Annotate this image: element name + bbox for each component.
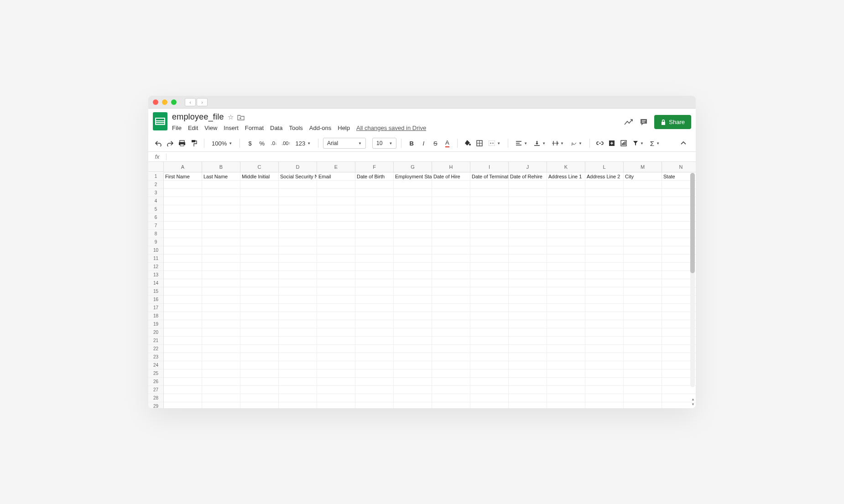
borders-button[interactable]: [474, 138, 485, 149]
cell-I1[interactable]: Date of Terminati: [470, 172, 509, 180]
cell-H22[interactable]: [432, 345, 470, 353]
cell-L15[interactable]: [585, 287, 624, 295]
cell-G10[interactable]: [394, 246, 432, 254]
nav-forward-button[interactable]: ›: [197, 98, 208, 106]
cell-E5[interactable]: [317, 205, 355, 213]
cell-K22[interactable]: [547, 345, 585, 353]
cell-C26[interactable]: [240, 378, 279, 385]
horizontal-align-dropdown[interactable]: ▼: [513, 140, 530, 146]
cell-K19[interactable]: [547, 320, 585, 328]
vertical-scrollbar[interactable]: [690, 173, 695, 387]
vertical-align-dropdown[interactable]: ▼: [531, 140, 548, 146]
cell-A13[interactable]: [164, 271, 202, 279]
cell-B20[interactable]: [202, 328, 240, 336]
cell-K13[interactable]: [547, 271, 585, 279]
cell-C25[interactable]: [240, 369, 279, 377]
row-header-7[interactable]: 7: [148, 222, 163, 230]
cell-J15[interactable]: [509, 287, 547, 295]
cell-E15[interactable]: [317, 287, 355, 295]
cell-C16[interactable]: [240, 296, 279, 303]
cell-A20[interactable]: [164, 328, 202, 336]
cell-G7[interactable]: [394, 222, 432, 229]
cell-C22[interactable]: [240, 345, 279, 353]
cell-B29[interactable]: [202, 402, 240, 408]
cell-J27[interactable]: [509, 386, 547, 394]
row-header-21[interactable]: 21: [148, 337, 163, 345]
cell-F25[interactable]: [355, 369, 394, 377]
cell-M18[interactable]: [624, 312, 662, 320]
cell-G24[interactable]: [394, 361, 432, 369]
cell-C7[interactable]: [240, 222, 279, 229]
cell-A12[interactable]: [164, 263, 202, 270]
share-button[interactable]: Share: [654, 115, 691, 129]
cell-H1[interactable]: Date of Hire: [432, 172, 470, 180]
cell-E6[interactable]: [317, 213, 355, 221]
cell-L7[interactable]: [585, 222, 624, 229]
cell-A5[interactable]: [164, 205, 202, 213]
cell-K20[interactable]: [547, 328, 585, 336]
cell-K25[interactable]: [547, 369, 585, 377]
number-format-dropdown[interactable]: 123▼: [292, 140, 313, 147]
cell-B16[interactable]: [202, 296, 240, 303]
cell-K5[interactable]: [547, 205, 585, 213]
cell-H4[interactable]: [432, 197, 470, 205]
cell-F23[interactable]: [355, 353, 394, 361]
row-header-14[interactable]: 14: [148, 279, 163, 287]
cell-A3[interactable]: [164, 189, 202, 197]
cell-I14[interactable]: [470, 279, 509, 287]
cell-E19[interactable]: [317, 320, 355, 328]
row-header-25[interactable]: 25: [148, 369, 163, 378]
cell-I5[interactable]: [470, 205, 509, 213]
cell-L16[interactable]: [585, 296, 624, 303]
cell-E9[interactable]: [317, 238, 355, 246]
cell-D20[interactable]: [279, 328, 317, 336]
column-header-E[interactable]: E: [317, 162, 355, 172]
cell-M5[interactable]: [624, 205, 662, 213]
cell-J23[interactable]: [509, 353, 547, 361]
cell-B18[interactable]: [202, 312, 240, 320]
cell-A17[interactable]: [164, 304, 202, 312]
cell-J12[interactable]: [509, 263, 547, 270]
cell-F16[interactable]: [355, 296, 394, 303]
cell-G29[interactable]: [394, 402, 432, 408]
cell-B13[interactable]: [202, 271, 240, 279]
row-header-3[interactable]: 3: [148, 189, 163, 197]
cell-J4[interactable]: [509, 197, 547, 205]
cell-I17[interactable]: [470, 304, 509, 312]
cell-C3[interactable]: [240, 189, 279, 197]
cell-J29[interactable]: [509, 402, 547, 408]
cell-K15[interactable]: [547, 287, 585, 295]
column-header-N[interactable]: N: [662, 162, 696, 172]
cell-F15[interactable]: [355, 287, 394, 295]
cell-I15[interactable]: [470, 287, 509, 295]
cell-H19[interactable]: [432, 320, 470, 328]
paint-format-button[interactable]: [188, 138, 199, 149]
row-header-19[interactable]: 19: [148, 320, 163, 328]
cell-C27[interactable]: [240, 386, 279, 394]
cell-E27[interactable]: [317, 386, 355, 394]
column-header-H[interactable]: H: [432, 162, 470, 172]
cell-G4[interactable]: [394, 197, 432, 205]
cell-J22[interactable]: [509, 345, 547, 353]
cell-K2[interactable]: [547, 181, 585, 188]
cell-E13[interactable]: [317, 271, 355, 279]
cell-D23[interactable]: [279, 353, 317, 361]
cell-D27[interactable]: [279, 386, 317, 394]
cell-H17[interactable]: [432, 304, 470, 312]
cell-J10[interactable]: [509, 246, 547, 254]
print-button[interactable]: [177, 138, 188, 149]
close-window-button[interactable]: [153, 99, 158, 105]
cell-I26[interactable]: [470, 378, 509, 385]
cell-G18[interactable]: [394, 312, 432, 320]
cell-H10[interactable]: [432, 246, 470, 254]
cell-C19[interactable]: [240, 320, 279, 328]
cell-D5[interactable]: [279, 205, 317, 213]
cell-G21[interactable]: [394, 337, 432, 344]
cell-A16[interactable]: [164, 296, 202, 303]
text-wrap-dropdown[interactable]: ▼: [549, 140, 567, 146]
cell-G15[interactable]: [394, 287, 432, 295]
cell-A14[interactable]: [164, 279, 202, 287]
cell-H15[interactable]: [432, 287, 470, 295]
cell-N27[interactable]: [662, 386, 696, 394]
cell-D14[interactable]: [279, 279, 317, 287]
